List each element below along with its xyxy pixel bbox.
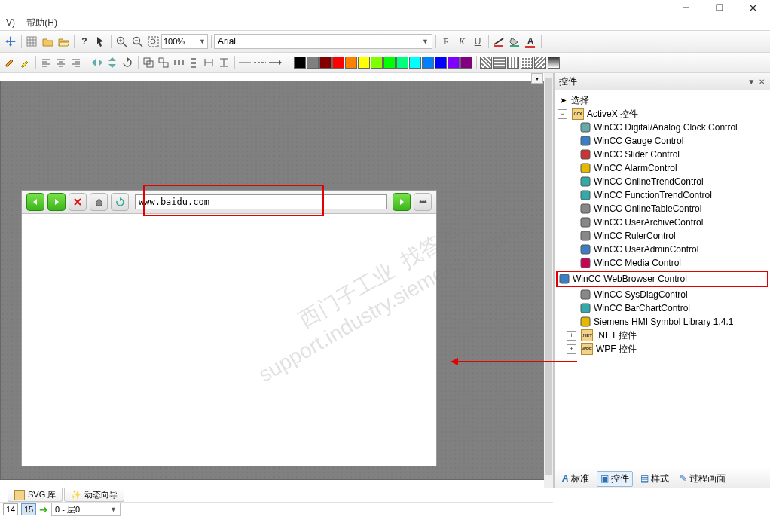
font-combo[interactable]: Arial▼	[214, 34, 432, 49]
layer-combo[interactable]: 0 - 层0▼	[51, 503, 121, 516]
expand-icon[interactable]: +	[567, 344, 576, 354]
tree-control-item[interactable]: WinCC UserArchiveControl	[556, 216, 768, 229]
color-swatch[interactable]	[460, 57, 472, 69]
controls-tree[interactable]: ➤选择 −ocxActiveX 控件 WinCC Digital/Analog …	[555, 90, 770, 469]
next-arrow-icon[interactable]: ➔	[39, 503, 48, 515]
fill-color-icon[interactable]	[507, 34, 522, 49]
highlight-icon[interactable]	[18, 56, 32, 69]
tab-wizard[interactable]: ✨动态向导	[64, 488, 124, 502]
tree-control-item[interactable]: WinCC OnlineTableControl	[556, 202, 768, 216]
bold-icon[interactable]: F	[438, 34, 454, 49]
go-button[interactable]	[393, 193, 411, 211]
tree-control-item[interactable]: WinCC Media Control	[556, 256, 768, 270]
color-swatch[interactable]	[383, 57, 396, 69]
font-color-icon[interactable]: A	[523, 34, 538, 49]
rotate-icon[interactable]	[121, 56, 134, 69]
tree-control-item[interactable]: WinCC OnlineTrendControl	[556, 175, 768, 188]
zoom-combo[interactable]: 100%▼	[161, 34, 208, 49]
distribute-v-icon[interactable]	[187, 56, 200, 69]
maximize-button[interactable]	[702, 0, 736, 15]
canvas-area[interactable]: ▾ www.baidu.com ••• 西门子工业 找答案 support.in…	[0, 73, 554, 488]
arrow-icon[interactable]	[93, 34, 108, 49]
spacing-h-icon[interactable]	[202, 56, 215, 69]
tab-controls[interactable]: ▣控件	[597, 471, 633, 487]
color-swatch[interactable]	[435, 57, 447, 69]
webbrowser-control[interactable]: www.baidu.com •••	[21, 190, 437, 466]
close-button[interactable]	[736, 0, 770, 15]
color-swatch[interactable]	[422, 57, 434, 69]
color-swatch[interactable]	[409, 57, 421, 69]
panel-menu-icon[interactable]: ▼ ✕	[747, 78, 765, 86]
tree-control-item[interactable]: WinCC UserAdminControl	[556, 243, 768, 256]
pattern-1-icon[interactable]	[480, 57, 492, 69]
pattern-6-icon[interactable]	[548, 57, 560, 69]
group-icon[interactable]	[142, 56, 155, 69]
stop-button[interactable]	[69, 193, 87, 211]
tree-activex[interactable]: −ocxActiveX 控件	[556, 107, 768, 121]
tree-control-item[interactable]: WinCC WebBrowser Control	[556, 271, 768, 287]
folder-icon[interactable]	[40, 34, 55, 49]
tree-root-select[interactable]: ➤选择	[556, 93, 768, 107]
color-swatch[interactable]	[345, 57, 357, 69]
tab-process[interactable]: ✎过程画面	[677, 472, 729, 486]
line-thin-icon[interactable]	[238, 56, 252, 69]
color-swatch[interactable]	[307, 57, 319, 69]
tree-control-item[interactable]: WinCC BarChartControl	[556, 301, 768, 315]
tree-control-item[interactable]: WinCC Gauge Control	[556, 134, 768, 148]
pattern-4-icon[interactable]	[521, 57, 533, 69]
tree-control-item[interactable]: WinCC FunctionTrendControl	[556, 188, 768, 202]
minimize-button[interactable]	[668, 0, 702, 15]
url-input[interactable]: www.baidu.com	[135, 194, 387, 209]
tree-net[interactable]: +.NET.NET 控件	[556, 329, 768, 342]
canvas-options-button[interactable]: ▾	[531, 73, 543, 84]
spacing-v-icon[interactable]	[217, 56, 231, 69]
pattern-5-icon[interactable]	[534, 57, 546, 69]
color-swatch[interactable]	[448, 57, 460, 69]
zoom-in-icon[interactable]	[114, 34, 129, 49]
page-current[interactable]: 15	[21, 503, 36, 515]
grid-icon[interactable]	[24, 34, 39, 49]
align-left-icon[interactable]	[39, 56, 53, 69]
line-dash-icon[interactable]	[253, 56, 267, 69]
forward-button[interactable]	[47, 193, 66, 211]
tab-svg-lib[interactable]: SVG 库	[8, 488, 63, 502]
color-swatch[interactable]	[294, 57, 306, 69]
align-center-icon[interactable]	[54, 56, 68, 69]
color-swatch[interactable]	[358, 57, 370, 69]
collapse-icon[interactable]: −	[558, 109, 567, 119]
color-swatch[interactable]	[319, 57, 332, 69]
folder-open-icon[interactable]	[56, 34, 71, 49]
edit-icon[interactable]	[3, 56, 17, 69]
tree-control-item[interactable]: WinCC Slider Control	[556, 148, 768, 161]
color-swatch[interactable]	[396, 57, 408, 69]
tree-control-item[interactable]: WinCC RulerControl	[556, 229, 768, 243]
menu-v[interactable]: V)	[6, 17, 15, 28]
home-button[interactable]	[90, 193, 108, 211]
zoom-fit-icon[interactable]	[145, 34, 160, 49]
tree-control-item[interactable]: WinCC AlarmControl	[556, 161, 768, 175]
tree-control-item[interactable]: WinCC SysDiagControl	[556, 288, 768, 301]
italic-icon[interactable]: K	[454, 34, 469, 49]
underline-icon[interactable]: U	[470, 34, 485, 49]
more-button[interactable]: •••	[414, 193, 432, 211]
flip-h-icon[interactable]	[90, 56, 104, 69]
menu-help[interactable]: 帮助(H)	[26, 17, 57, 28]
ungroup-icon[interactable]	[157, 56, 170, 69]
color-swatch[interactable]	[371, 57, 383, 69]
tree-control-item[interactable]: Siemens HMI Symbol Library 1.4.1	[556, 315, 768, 329]
line-arrow-icon[interactable]	[268, 56, 282, 69]
expand-icon[interactable]: +	[567, 331, 576, 341]
move-icon[interactable]	[3, 34, 18, 49]
align-right-icon[interactable]	[69, 56, 83, 69]
tree-wpf[interactable]: +WPFWPF 控件	[556, 342, 768, 356]
back-button[interactable]	[26, 193, 44, 211]
tree-control-item[interactable]: WinCC Digital/Analog Clock Control	[556, 121, 768, 134]
tab-standard[interactable]: A标准	[559, 472, 592, 486]
zoom-out-icon[interactable]	[130, 34, 145, 49]
page-prev[interactable]: 14	[3, 503, 18, 515]
tab-styles[interactable]: ▤样式	[637, 472, 672, 486]
flip-v-icon[interactable]	[105, 56, 119, 69]
distribute-h-icon[interactable]	[172, 56, 185, 69]
line-color-icon[interactable]	[491, 34, 506, 49]
help-icon[interactable]: ?	[77, 34, 92, 49]
